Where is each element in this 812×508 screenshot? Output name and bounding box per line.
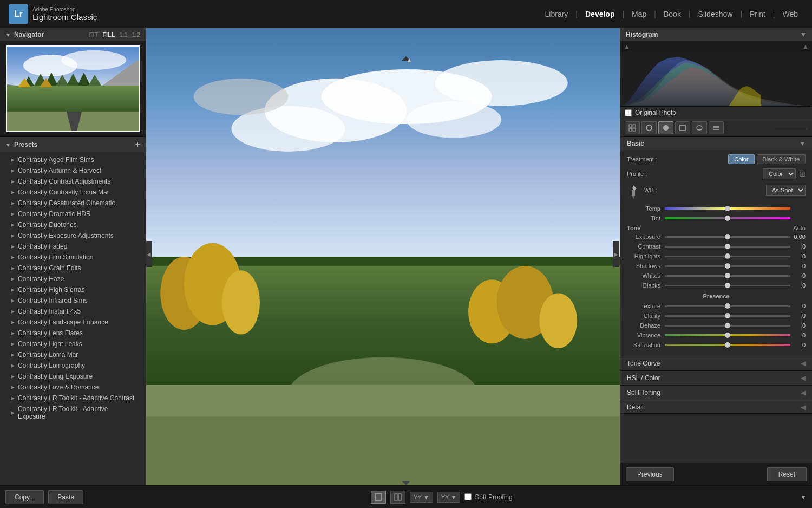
preset-item[interactable]: ▶Contrastly High Sierras — [0, 284, 146, 295]
profile-select[interactable]: Color — [763, 168, 796, 179]
highlights-slider-thumb[interactable] — [725, 253, 730, 259]
preset-item[interactable]: ▶Contrastly Contrastly Loma Mar — [0, 187, 146, 198]
clarity-slider-track[interactable] — [665, 315, 790, 317]
preset-item[interactable]: ▶Contrastly Aged Film Sims — [0, 154, 146, 165]
nav-slideshow[interactable]: Slideshow — [693, 8, 738, 21]
nav-1to1[interactable]: 1:1 — [119, 31, 127, 38]
auto-tone-button[interactable]: Auto — [793, 225, 806, 231]
preset-item[interactable]: ▶Contrastly Dramatic HDR — [0, 209, 146, 219]
preset-item[interactable]: ▶Contrastly Contrast Adjustments — [0, 176, 146, 187]
split-toning-panel[interactable]: Split Toning ◀ — [620, 386, 812, 400]
hsl-panel[interactable]: HSL / Color ◀ — [620, 371, 812, 386]
histogram-menu[interactable]: ▼ — [800, 31, 807, 38]
tool-gradient[interactable] — [692, 121, 707, 134]
wb-eyedropper[interactable] — [627, 184, 640, 201]
copy-button[interactable]: Copy... — [5, 490, 44, 504]
preset-item[interactable]: ▶Contrastly Duotones — [0, 219, 146, 230]
saturation-slider-track[interactable] — [665, 344, 790, 346]
nav-print[interactable]: Print — [744, 8, 771, 21]
blacks-slider-thumb[interactable] — [725, 283, 730, 288]
preset-item[interactable]: ▶Contrastly Love & Romance — [0, 382, 146, 393]
tool-grid[interactable] — [625, 121, 640, 134]
nav-book[interactable]: Book — [658, 8, 686, 21]
nav-develop[interactable]: Develop — [580, 8, 620, 21]
temp-slider-thumb[interactable] — [725, 206, 730, 211]
treatment-color-btn[interactable]: Color — [728, 154, 754, 164]
temp-slider-track[interactable] — [665, 207, 790, 210]
previous-button[interactable]: Previous — [626, 467, 674, 481]
basic-panel-header[interactable]: Basic ▼ — [620, 137, 812, 150]
preset-item[interactable]: ▶Contrastly Grain Edits — [0, 263, 146, 273]
preset-item[interactable]: ▶Contrastly Faded — [0, 241, 146, 252]
preset-item[interactable]: ▶Contrastly Lens Flares — [0, 328, 146, 338]
detail-panel[interactable]: Detail ◀ — [620, 400, 812, 414]
view-single-button[interactable] — [371, 491, 386, 504]
blacks-slider-track[interactable] — [665, 285, 790, 286]
preset-item[interactable]: ▶Contrastly LR Toolkit - Adaptive Contra… — [0, 393, 146, 403]
preset-item[interactable]: ▶Contrastly Light Leaks — [0, 338, 146, 349]
tone-curve-panel[interactable]: Tone Curve ◀ — [620, 356, 812, 371]
format-dropdown[interactable]: YY ▼ — [437, 492, 461, 503]
wb-select[interactable]: As Shot — [766, 185, 806, 196]
nav-1to2[interactable]: 1:2 — [132, 31, 140, 38]
preset-item[interactable]: ▶Contrastly LR Toolkit - Adaptive Exposu… — [0, 403, 146, 422]
original-photo-checkbox[interactable] — [625, 109, 632, 116]
shadows-slider-thumb[interactable] — [725, 263, 730, 269]
preset-item[interactable]: ▶Contrastly Instant 4x5 — [0, 306, 146, 317]
exposure-slider-thumb[interactable] — [725, 234, 730, 239]
preset-item[interactable]: ▶Contrastly Desaturated Cinematic — [0, 198, 146, 209]
tool-adjust[interactable] — [709, 121, 724, 134]
histogram-header[interactable]: Histogram ▼ — [620, 28, 812, 41]
nav-fit[interactable]: FIT — [89, 31, 99, 38]
shadows-slider-track[interactable] — [665, 265, 790, 267]
presets-add-button[interactable]: + — [135, 140, 140, 149]
contrast-slider-track[interactable] — [665, 246, 790, 248]
nav-map[interactable]: Map — [626, 8, 652, 21]
dehaze-slider-track[interactable] — [665, 325, 790, 327]
whites-slider-track[interactable] — [665, 275, 790, 277]
highlights-slider-track[interactable] — [665, 256, 790, 257]
preset-item[interactable]: ▶Contrastly Film Simulation — [0, 252, 146, 263]
presets-header[interactable]: ▼ Presets + — [0, 137, 146, 152]
view-compare-v-button[interactable] — [390, 491, 405, 504]
vibrance-slider-thumb[interactable] — [725, 333, 730, 338]
left-panel-collapse[interactable]: ◀ — [146, 241, 152, 267]
view-mode-dropdown[interactable]: YY ▼ — [410, 492, 433, 503]
texture-slider-track[interactable] — [665, 305, 790, 307]
preset-item[interactable]: ▶Contrastly Loma Mar — [0, 349, 146, 360]
tool-radial[interactable] — [675, 121, 690, 134]
clarity-slider-thumb[interactable] — [725, 313, 730, 318]
profile-grid-icon[interactable]: ⊞ — [799, 170, 806, 178]
preset-item[interactable]: ▶Contrastly Lomography — [0, 360, 146, 371]
right-panel-collapse[interactable]: ▶ — [613, 241, 619, 267]
treatment-bw-btn[interactable]: Black & White — [757, 154, 806, 164]
contrast-slider-thumb[interactable] — [725, 244, 730, 249]
dehaze-slider-thumb[interactable] — [725, 323, 730, 328]
paste-button[interactable]: Paste — [48, 490, 83, 504]
exposure-slider-track[interactable] — [665, 236, 790, 238]
vibrance-slider-track[interactable] — [665, 334, 790, 336]
preset-item[interactable]: ▶Contrastly Exposure Adjustments — [0, 230, 146, 241]
texture-slider-thumb[interactable] — [725, 303, 730, 309]
tint-slider-track[interactable] — [665, 217, 790, 219]
tool-heal[interactable] — [658, 121, 673, 134]
preset-item[interactable]: ▶Contrastly Infrared Sims — [0, 295, 146, 306]
soft-proofing-checkbox[interactable] — [464, 493, 472, 500]
tool-crop[interactable] — [641, 121, 657, 134]
top-collapse-arrow[interactable]: ▲ — [402, 56, 410, 61]
preset-item[interactable]: ▶Contrastly Haze — [0, 273, 146, 284]
toolbar-right-dropdown-arrow[interactable]: ▼ — [800, 493, 807, 501]
reset-button[interactable]: Reset — [767, 467, 807, 481]
nav-fill[interactable]: FILL — [102, 31, 115, 38]
histogram-clip-right[interactable]: ▲ — [802, 43, 809, 50]
preset-item[interactable]: ▶Contrastly Landscape Enhance — [0, 317, 146, 328]
saturation-slider-thumb[interactable] — [725, 342, 730, 348]
histogram-clip-left[interactable]: ▲ — [624, 43, 630, 50]
nav-library[interactable]: Library — [540, 8, 574, 21]
tint-slider-thumb[interactable] — [725, 216, 730, 221]
preset-item[interactable]: ▶Contrastly Long Exposure — [0, 371, 146, 382]
bottom-collapse-arrow[interactable] — [402, 481, 410, 485]
preset-item[interactable]: ▶Contrastly Autumn & Harvest — [0, 165, 146, 176]
navigator-header[interactable]: ▼ Navigator FIT FILL 1:1 1:2 — [0, 28, 146, 41]
whites-slider-thumb[interactable] — [725, 273, 730, 278]
